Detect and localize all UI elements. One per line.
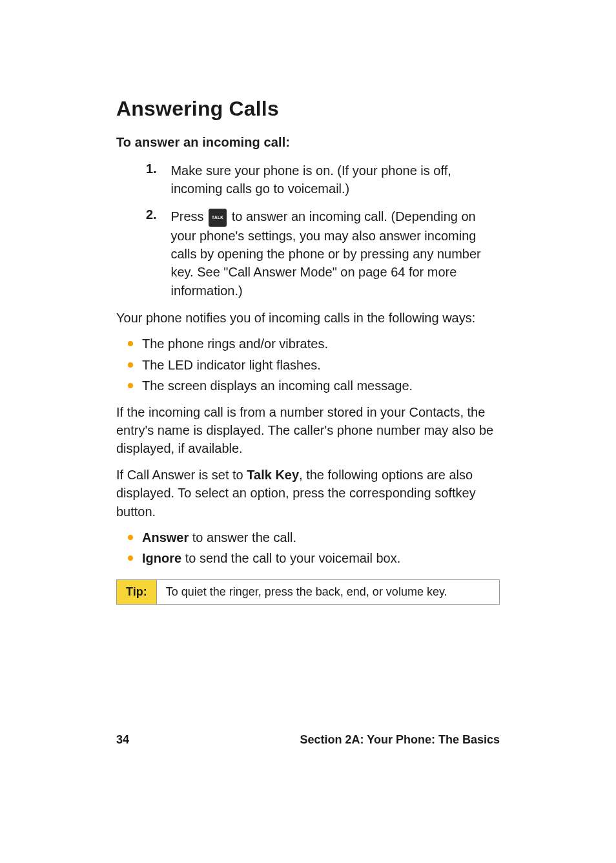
tip-text: To quiet the ringer, press the back, end… <box>157 580 457 604</box>
page-footer: 34 Section 2A: Your Phone: The Basics <box>116 733 500 747</box>
step-2: 2. Press TALK to answer an incoming call… <box>146 207 500 300</box>
option-rest: to send the call to your voicemail box. <box>181 551 400 565</box>
list-item: Ignore to send the call to your voicemai… <box>128 549 500 567</box>
notify-list: The phone rings and/or vibrates. The LED… <box>128 335 500 395</box>
tip-label: Tip: <box>117 580 157 604</box>
list-text: The phone rings and/or vibrates. <box>142 335 328 353</box>
paragraph-contacts: If the incoming call is from a number st… <box>116 403 500 458</box>
paragraph-talkkey: If Call Answer is set to Talk Key, the f… <box>116 466 500 521</box>
tip-box: Tip: To quiet the ringer, press the back… <box>116 579 500 605</box>
talk-key-icon: TALK <box>209 209 227 227</box>
bullet-icon <box>128 556 133 561</box>
bullet-icon <box>128 362 133 368</box>
step-number: 1. <box>146 161 168 176</box>
bullet-icon <box>128 383 133 388</box>
list-item: Answer to answer the call. <box>128 528 500 546</box>
talkkey-bold: Talk Key <box>247 468 299 482</box>
step-text: Make sure your phone is on. (If your pho… <box>170 161 498 198</box>
list-text: Ignore to send the call to your voicemai… <box>142 549 400 567</box>
list-text: Answer to answer the call. <box>142 528 296 546</box>
subheading: To answer an incoming call: <box>116 135 500 150</box>
step-text-pre: Press <box>170 209 207 224</box>
step-1: 1. Make sure your phone is on. (If your … <box>146 161 500 198</box>
list-item: The screen displays an incoming call mes… <box>128 377 500 395</box>
list-item: The LED indicator light flashes. <box>128 356 500 374</box>
bullet-icon <box>128 341 133 346</box>
option-bold: Answer <box>142 530 189 545</box>
page-number: 34 <box>116 733 129 747</box>
step-text: Press TALK to answer an incoming call. (… <box>170 207 498 300</box>
bullet-icon <box>128 535 133 540</box>
list-text: The LED indicator light flashes. <box>142 356 321 374</box>
section-label: Section 2A: Your Phone: The Basics <box>300 733 500 747</box>
option-bold: Ignore <box>142 551 181 565</box>
list-text: The screen displays an incoming call mes… <box>142 377 413 395</box>
step-number: 2. <box>146 207 168 222</box>
list-item: The phone rings and/or vibrates. <box>128 335 500 353</box>
talkkey-pre: If Call Answer is set to <box>116 468 247 482</box>
option-rest: to answer the call. <box>189 530 296 545</box>
options-list: Answer to answer the call. Ignore to sen… <box>128 528 500 568</box>
paragraph-notify: Your phone notifies you of incoming call… <box>116 309 500 327</box>
page-heading: Answering Calls <box>116 97 500 121</box>
